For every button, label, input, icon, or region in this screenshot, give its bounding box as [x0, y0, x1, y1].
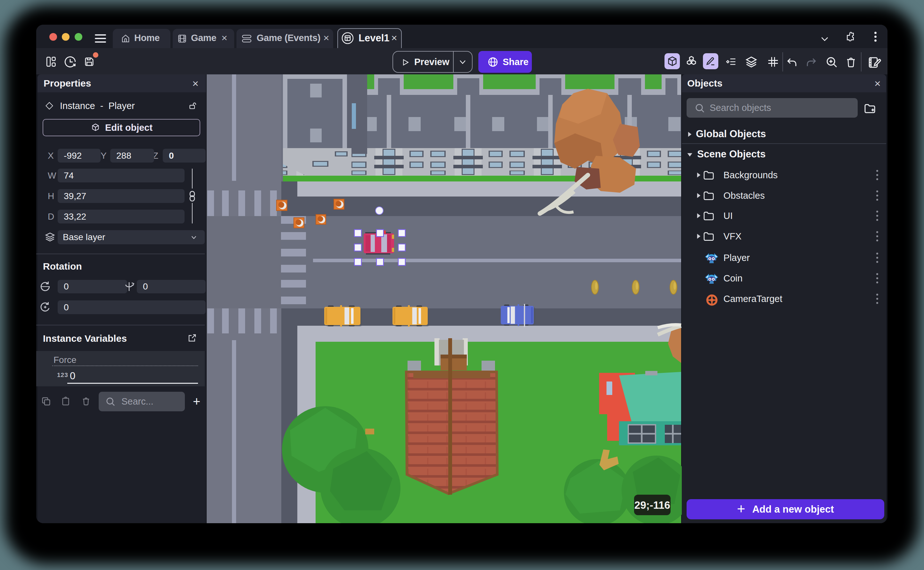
svg-text:29;-116: 29;-116	[634, 499, 670, 511]
